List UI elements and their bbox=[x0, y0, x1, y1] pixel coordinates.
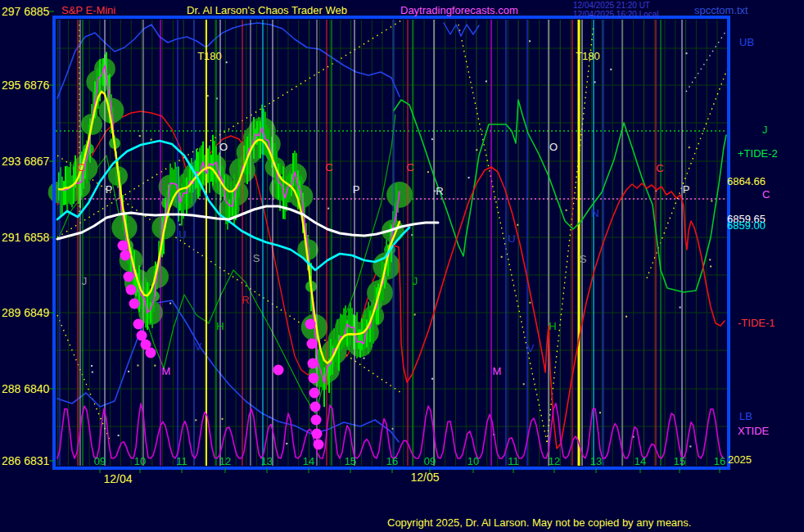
x-axis-hour-label: 10 bbox=[467, 456, 479, 467]
chaos-letter-J: J bbox=[82, 275, 88, 287]
data-file-link[interactable]: spcctom.txt bbox=[694, 5, 748, 16]
chaos-letter-O: O bbox=[549, 141, 558, 153]
right-edge-label-685900: 6859.00 bbox=[727, 220, 766, 231]
y-axis-label: 286 6831 bbox=[2, 455, 49, 467]
price-forecast-chart: T180T180OOCCCCPPPRRNUUVVSSJJHHMM bbox=[0, 0, 804, 532]
timestamp-ut: 12/04/2025 21:20 UT bbox=[573, 2, 650, 10]
chaos-letter-C: C bbox=[77, 161, 84, 174]
chaos-letter-U: U bbox=[178, 228, 186, 241]
chaos-letter-J: J bbox=[413, 275, 418, 287]
x-axis-hour-label: 12 bbox=[219, 456, 231, 467]
chaos-letter-R: R bbox=[242, 294, 249, 306]
chaos-letter-T180: T180 bbox=[197, 50, 222, 62]
right-edge-label-UB: UB bbox=[739, 37, 754, 47]
x-axis-hour-label: 16 bbox=[714, 456, 725, 467]
chaos-letter-V: V bbox=[195, 340, 202, 353]
chaos-letter-R: R bbox=[436, 185, 443, 197]
x-axis-hour-label: 16 bbox=[386, 456, 398, 467]
x-axis-hour-label: 11 bbox=[508, 456, 519, 467]
chaos-letter-C: C bbox=[656, 162, 663, 174]
x-axis-hour-label: 09 bbox=[424, 456, 436, 467]
chaos-letter-O: O bbox=[219, 141, 228, 153]
x-axis-hour-label: 14 bbox=[303, 456, 314, 467]
page-title: Dr. Al Larson's Chaos Trader Web bbox=[187, 5, 347, 16]
right-edge-label-C: C bbox=[762, 189, 770, 200]
x-axis-hour-label: 13 bbox=[261, 456, 273, 467]
chaos-letter-S: S bbox=[580, 253, 587, 265]
x-axis-hour-label: 13 bbox=[590, 456, 602, 467]
x-axis-hour-label: 09 bbox=[94, 456, 106, 467]
event-vertical-lines bbox=[60, 20, 682, 466]
price-bars bbox=[59, 52, 398, 407]
x-axis-hour-label: 15 bbox=[345, 456, 356, 467]
chaos-letter-P: P bbox=[683, 183, 690, 196]
chaos-letter-M: M bbox=[493, 365, 502, 377]
right-edge-label-J: J bbox=[762, 124, 768, 135]
y-axis-label: 297 6885 bbox=[2, 6, 49, 17]
chaos-letter-U: U bbox=[508, 232, 515, 245]
copyright-notice: Copyright 2025, Dr. Al Larson. May not b… bbox=[387, 517, 691, 528]
chaos-letter-V: V bbox=[527, 342, 535, 354]
timestamp-local: 12/04/2025 16:20 Local bbox=[573, 11, 659, 19]
y-axis-label: 295 6876 bbox=[2, 79, 49, 91]
y-axis-label: 293 6867 bbox=[2, 156, 49, 167]
y-axis-label: 291 6858 bbox=[2, 232, 49, 243]
x-axis-hour-label: 10 bbox=[134, 456, 146, 467]
chaos-letter-H: H bbox=[549, 320, 556, 332]
chaos-letter-C: C bbox=[325, 161, 332, 174]
chaos-letter-H: H bbox=[216, 320, 224, 332]
star-dots bbox=[91, 40, 712, 447]
x-axis-hour-label: 12 bbox=[549, 456, 560, 467]
x-axis-date-label: 12/05 bbox=[410, 471, 439, 483]
y-axis-label: 289 6849 bbox=[2, 307, 49, 318]
chaos-letter-N: N bbox=[591, 207, 598, 219]
y-axis-label: 288 6840 bbox=[2, 383, 49, 394]
chaos-letter-P: P bbox=[106, 183, 113, 196]
chaos-letter-P: P bbox=[353, 183, 360, 196]
right-edge-label-686466: 6864.66 bbox=[727, 176, 766, 187]
x-axis-hour-label: 15 bbox=[674, 456, 685, 467]
right-edge-label-XTIDE: XTIDE bbox=[738, 426, 769, 436]
symbol-label: S&P E-Mini bbox=[61, 5, 115, 16]
right-edge-label-LB: LB bbox=[739, 411, 752, 422]
right-edge-label-2025: 2025 bbox=[728, 454, 752, 465]
chaos-letter-T180: T180 bbox=[576, 50, 600, 62]
chaos-letter-C: C bbox=[406, 161, 413, 174]
chaos-letter-S: S bbox=[253, 252, 260, 264]
x-axis-hour-label: 14 bbox=[635, 456, 646, 467]
site-link[interactable]: Daytradingforecasts.com bbox=[400, 5, 518, 16]
right-edge-label-TIDE2: +TIDE-2 bbox=[738, 148, 778, 159]
x-axis-date-label: 12/04 bbox=[103, 473, 132, 485]
chaos-letter-M: M bbox=[162, 365, 171, 377]
chaos-trader-chart-page: T180T180OOCCCCPPPRRNUUVVSSJJHHMM S&P E-M… bbox=[0, 0, 804, 532]
right-edge-label-TIDE1: -TIDE-1 bbox=[738, 318, 775, 328]
x-axis-hour-label: 11 bbox=[176, 456, 187, 467]
